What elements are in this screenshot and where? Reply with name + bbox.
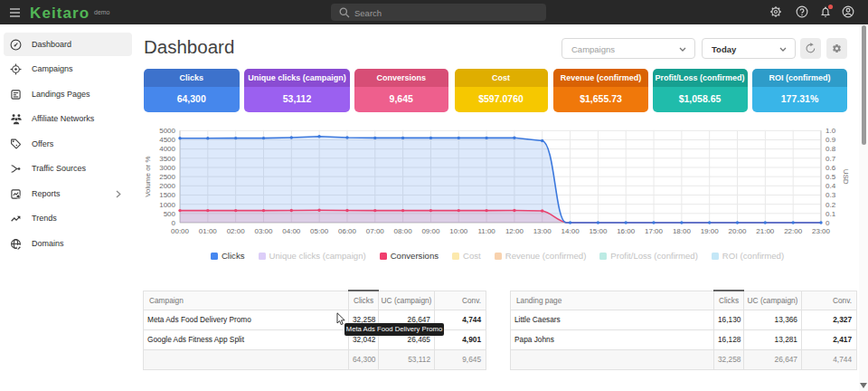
- svg-text:10:00: 10:00: [449, 227, 468, 235]
- svg-text:22:00: 22:00: [784, 227, 803, 235]
- svg-text:03:00: 03:00: [254, 227, 273, 235]
- svg-text:3000: 3000: [159, 164, 175, 172]
- svg-text:02:00: 02:00: [227, 227, 246, 235]
- svg-text:0.4: 0.4: [826, 182, 836, 190]
- svg-text:11:00: 11:00: [477, 227, 495, 235]
- svg-text:17:00: 17:00: [645, 227, 664, 235]
- svg-text:0.9: 0.9: [826, 136, 836, 144]
- svg-text:4500: 4500: [159, 136, 175, 144]
- svg-text:0.3: 0.3: [826, 191, 836, 199]
- svg-text:21:00: 21:00: [756, 227, 775, 235]
- svg-text:01:00: 01:00: [199, 227, 218, 235]
- svg-text:0.7: 0.7: [826, 155, 836, 163]
- svg-text:1500: 1500: [159, 191, 175, 199]
- svg-text:14:00: 14:00: [561, 227, 580, 235]
- svg-text:2000: 2000: [159, 182, 175, 190]
- svg-text:0: 0: [826, 219, 830, 227]
- svg-text:18:00: 18:00: [673, 227, 692, 235]
- svg-text:0: 0: [172, 219, 176, 227]
- svg-text:20:00: 20:00: [728, 227, 747, 235]
- svg-text:08:00: 08:00: [394, 227, 413, 235]
- svg-text:0.8: 0.8: [826, 145, 836, 153]
- svg-text:Volume or %: Volume or %: [144, 156, 152, 196]
- svg-text:5000: 5000: [159, 127, 175, 135]
- svg-text:USD: USD: [842, 169, 850, 185]
- svg-text:0.6: 0.6: [826, 164, 836, 172]
- svg-text:2500: 2500: [159, 173, 175, 181]
- svg-text:04:00: 04:00: [282, 227, 301, 235]
- svg-text:23:00: 23:00: [812, 227, 831, 235]
- svg-text:0.2: 0.2: [826, 201, 836, 209]
- svg-text:3500: 3500: [159, 155, 175, 163]
- svg-text:1.0: 1.0: [826, 127, 836, 135]
- svg-text:07:00: 07:00: [366, 227, 385, 235]
- svg-text:09:00: 09:00: [421, 227, 440, 235]
- svg-text:00:00: 00:00: [171, 227, 190, 235]
- svg-text:13:00: 13:00: [533, 227, 552, 235]
- svg-text:12:00: 12:00: [505, 227, 524, 235]
- svg-text:1000: 1000: [159, 201, 175, 209]
- svg-text:05:00: 05:00: [310, 227, 329, 235]
- svg-text:06:00: 06:00: [338, 227, 357, 235]
- svg-text:0.5: 0.5: [826, 173, 836, 181]
- svg-text:19:00: 19:00: [701, 227, 720, 235]
- svg-text:0.1: 0.1: [826, 210, 836, 218]
- svg-text:15:00: 15:00: [589, 227, 608, 235]
- svg-text:16:00: 16:00: [617, 227, 636, 235]
- svg-text:500: 500: [164, 210, 176, 218]
- svg-text:4000: 4000: [159, 145, 175, 153]
